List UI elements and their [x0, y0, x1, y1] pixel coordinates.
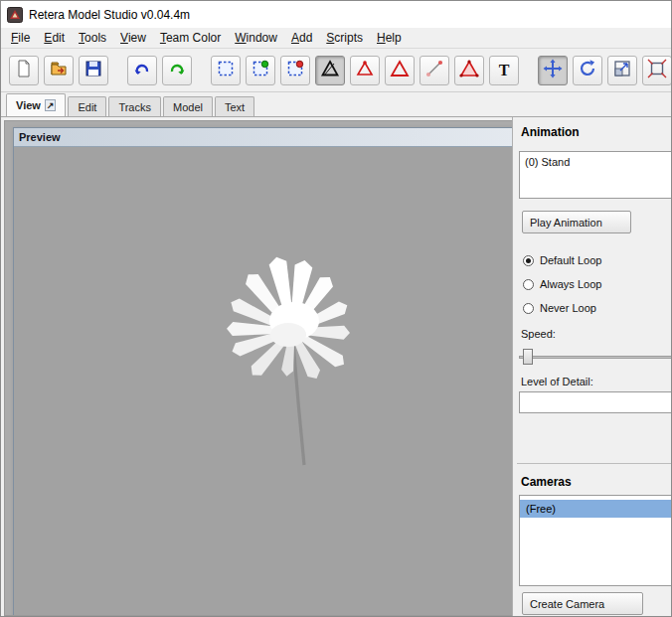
redo-icon: [167, 59, 187, 82]
menu-help[interactable]: Help: [370, 29, 409, 47]
camera-list-item[interactable]: (Free): [520, 500, 672, 518]
move-tool-button[interactable]: [538, 56, 568, 85]
triangle-vertex-icon: [355, 59, 375, 82]
slider-thumb[interactable]: [523, 349, 533, 365]
radio-checked-icon: [523, 255, 534, 266]
animation-list-item[interactable]: (0) Stand: [520, 152, 672, 172]
select-box-icon: [216, 59, 236, 82]
side-panel: Animation (0) Stand Play Animation Defau…: [512, 117, 672, 616]
triangle-points-icon: [459, 59, 479, 82]
select-box-remove-icon: [285, 59, 305, 82]
window-titlebar: Retera Model Studio v0.04.4m: [1, 1, 671, 28]
speed-slider[interactable]: [519, 348, 672, 366]
select-box-button[interactable]: [211, 56, 241, 85]
menu-scripts[interactable]: Scripts: [319, 29, 370, 47]
scale-tool-button[interactable]: [607, 56, 637, 85]
save-icon: [84, 59, 103, 82]
undo-icon: [132, 59, 152, 82]
new-document-icon: [14, 59, 34, 82]
toolbar: T: [1, 49, 671, 92]
edit-extents-button[interactable]: [642, 56, 672, 85]
menu-team-color[interactable]: Team Color: [153, 29, 228, 47]
text-tool-button[interactable]: T: [489, 56, 519, 85]
tab-label: Edit: [78, 101, 96, 113]
radio-label: Always Loop: [540, 278, 601, 290]
radio-label: Default Loop: [540, 254, 601, 266]
app-logo-icon: [7, 7, 23, 23]
animation-list[interactable]: (0) Stand: [519, 151, 672, 199]
app-window: Retera Model Studio v0.04.4m File Edit T…: [0, 0, 672, 617]
animation-panel-title: Animation: [521, 125, 580, 139]
loop-option-always[interactable]: Always Loop: [523, 278, 601, 290]
tab-tracks[interactable]: Tracks: [108, 96, 161, 116]
new-document-button[interactable]: [9, 56, 39, 85]
menu-file[interactable]: File: [4, 29, 37, 47]
text-tool-icon: T: [499, 62, 510, 79]
create-camera-button[interactable]: Create Camera: [522, 592, 643, 615]
lod-input[interactable]: [519, 391, 672, 413]
tab-label: Tracks: [118, 101, 151, 113]
undo-button[interactable]: [127, 56, 157, 85]
tab-label: Text: [225, 101, 245, 113]
triangle-button[interactable]: [385, 56, 415, 85]
edit-extents-icon: [647, 59, 667, 82]
pin-icon: ↗: [45, 99, 57, 111]
lod-label: Level of Detail:: [521, 376, 593, 387]
edge-vertex-button[interactable]: [420, 56, 449, 85]
select-box-add-button[interactable]: [246, 56, 275, 85]
tab-edit[interactable]: Edit: [68, 96, 106, 116]
scale-tool-icon: [612, 59, 632, 82]
edge-vertex-icon: [424, 59, 444, 82]
rotate-tool-icon: [578, 59, 597, 82]
move-tool-icon: [543, 59, 563, 82]
open-file-icon: [49, 59, 69, 82]
tab-text[interactable]: Text: [215, 96, 254, 116]
main-content: Preview ↗ □ ×: [1, 116, 671, 616]
window-title: Retera Model Studio v0.04.4m: [29, 8, 190, 22]
tab-label: View: [16, 99, 41, 111]
tab-view[interactable]: View ↗: [6, 93, 66, 116]
rotate-tool-button[interactable]: [573, 56, 602, 85]
menu-add[interactable]: Add: [284, 29, 319, 47]
tab-model[interactable]: Model: [163, 96, 213, 116]
menu-edit[interactable]: Edit: [37, 29, 72, 47]
loop-option-never[interactable]: Never Loop: [523, 302, 596, 314]
select-box-add-icon: [251, 59, 270, 82]
select-box-remove-button[interactable]: [280, 56, 310, 85]
menu-window[interactable]: Window: [228, 29, 284, 47]
play-animation-button[interactable]: Play Animation: [522, 211, 631, 233]
radio-unchecked-icon: [523, 279, 534, 290]
camera-panel-title: Cameras: [521, 475, 572, 489]
speed-label: Speed:: [521, 328, 556, 340]
redo-button[interactable]: [162, 56, 192, 85]
save-button[interactable]: [79, 56, 108, 85]
triangle-icon: [390, 59, 410, 82]
triangle-points-button[interactable]: [454, 56, 484, 85]
radio-unchecked-icon: [523, 303, 534, 314]
select-faces-button[interactable]: [315, 56, 345, 85]
tab-label: Model: [173, 101, 203, 113]
panel-divider: [517, 463, 672, 464]
menu-tools[interactable]: Tools: [72, 29, 113, 47]
select-faces-icon: [320, 59, 340, 82]
radio-label: Never Loop: [540, 302, 596, 314]
loop-option-default[interactable]: Default Loop: [523, 254, 601, 266]
open-file-button[interactable]: [44, 56, 74, 85]
camera-list[interactable]: (Free): [519, 495, 672, 586]
main-tabbar: View ↗ Edit Tracks Model Text: [1, 92, 671, 116]
menu-bar: File Edit Tools View Team Color Window A…: [1, 28, 671, 49]
slider-track: [519, 356, 672, 359]
triangle-vertex-button[interactable]: [350, 56, 380, 85]
menu-view[interactable]: View: [113, 29, 153, 47]
preview-title: Preview: [19, 131, 559, 143]
